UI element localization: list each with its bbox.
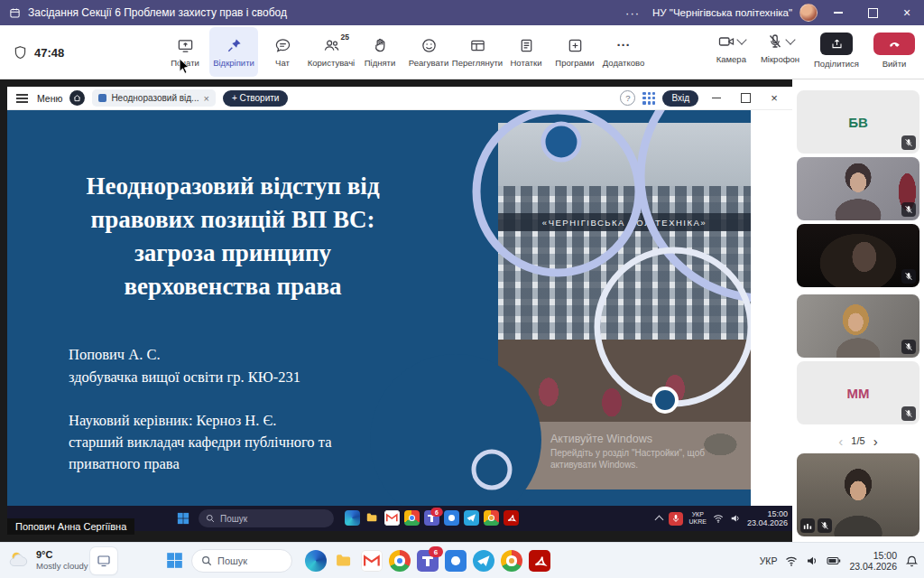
taskbar-search[interactable]: Пошук <box>191 549 292 573</box>
leave-control[interactable]: Вийти <box>873 27 915 69</box>
chat-button[interactable]: Чат <box>258 27 307 77</box>
leave-button[interactable] <box>873 33 915 55</box>
create-button[interactable]: + Створити <box>223 90 289 107</box>
edge-icon[interactable] <box>345 510 360 526</box>
participants-panel: БВ ММ ‹ 1/5 › <box>792 79 924 542</box>
camera-control[interactable]: Камера <box>716 27 746 64</box>
hidden-icons-chevron[interactable] <box>654 516 663 525</box>
meeting-stage: Меню Неодноразовий від... × + Створити ?… <box>0 79 792 542</box>
pin-icon <box>226 37 243 54</box>
menu-label[interactable]: Меню <box>37 93 62 104</box>
start-button[interactable] <box>177 512 189 525</box>
teams-meeting-window: Засідання Секції 6 Проблеми захисту прав… <box>0 0 924 578</box>
mic-control[interactable]: Мікрофон <box>761 27 799 64</box>
help-button[interactable]: ? <box>620 90 635 106</box>
clock[interactable]: 15:00 23.04.2026 <box>849 550 897 572</box>
toolbar-right-controls: Камера Мікрофон Поділитися Вийти <box>716 27 915 69</box>
more-button[interactable]: ··· Додатково <box>599 27 648 77</box>
participant-tile[interactable] <box>797 294 919 358</box>
acrobat-icon[interactable] <box>529 550 550 572</box>
chevron-left-icon[interactable]: ‹ <box>838 434 843 448</box>
tab-close-icon[interactable]: × <box>203 93 208 104</box>
volume-icon[interactable] <box>730 513 741 524</box>
document-tab[interactable]: Неодноразовий від... × <box>92 89 216 107</box>
telegram-icon[interactable] <box>473 550 494 572</box>
share-label: Поділитися <box>814 59 859 69</box>
mic-icon <box>672 514 679 523</box>
meeting-timer: 47:48 <box>13 25 64 79</box>
participants-button[interactable]: 25 Користувачі <box>307 27 356 77</box>
meeting-toolbar: 47:48 Почати Відкріпити Чат 25 Користува… <box>0 25 924 79</box>
acrobat-icon[interactable] <box>504 510 519 526</box>
participant-tile[interactable] <box>797 224 919 287</box>
participant-tile[interactable] <box>797 453 919 536</box>
participant-tile[interactable]: ММ <box>797 361 919 424</box>
chevron-right-icon[interactable]: › <box>873 434 878 448</box>
telegram-icon[interactable] <box>464 510 479 526</box>
participant-tile[interactable] <box>797 157 919 220</box>
active-window-button[interactable] <box>90 547 117 574</box>
gmail-icon[interactable] <box>384 510 400 526</box>
weather-widget[interactable]: 9°C Mostly cloudy <box>7 548 88 572</box>
windows-activation-watermark: Активуйте Windows Перейдіть у розділ "На… <box>550 432 740 471</box>
hamburger-menu-icon[interactable] <box>16 98 28 99</box>
share-control[interactable]: Поділитися <box>814 27 859 69</box>
chrome-icon[interactable] <box>404 510 420 526</box>
photos-icon[interactable] <box>444 510 459 526</box>
chevron-down-icon[interactable] <box>785 34 795 44</box>
watermark-line: Активуйте Windows <box>550 432 740 447</box>
wifi-icon[interactable] <box>785 555 798 567</box>
wifi-icon[interactable] <box>713 513 724 524</box>
clock[interactable]: 15:00 23.04.2026 <box>747 509 788 528</box>
account-name[interactable]: НУ "Чернігівська політехніка" <box>652 7 792 18</box>
file-explorer-icon[interactable] <box>365 510 380 526</box>
close-button[interactable]: × <box>893 0 920 25</box>
mic-label: Мікрофон <box>761 54 799 64</box>
browser-maximize-button[interactable] <box>735 88 756 109</box>
browser-minimize-button[interactable] <box>706 88 727 109</box>
language-indicator[interactable]: УКР <box>760 555 778 566</box>
mic-muted-icon <box>901 406 916 421</box>
share-button[interactable] <box>820 33 853 55</box>
titlebar-more-icon[interactable]: ··· <box>620 6 645 20</box>
file-explorer-icon[interactable] <box>333 550 355 572</box>
toolbar-center-buttons: Почати Відкріпити Чат 25 Користувачі Під… <box>161 27 648 77</box>
photos-icon[interactable] <box>445 550 467 572</box>
battery-icon[interactable] <box>827 556 841 565</box>
teams-icon[interactable]: 6 <box>424 510 439 526</box>
apps-grid-icon[interactable] <box>642 92 655 105</box>
chrome-icon[interactable] <box>389 550 411 572</box>
mic-in-use-icon[interactable] <box>669 512 683 526</box>
raise-hand-button[interactable]: Підняти <box>356 27 404 77</box>
chevron-down-icon[interactable] <box>736 34 746 44</box>
view-button[interactable]: Переглянути <box>453 27 502 77</box>
teams-icon[interactable]: 6 <box>417 550 439 572</box>
apps-button[interactable]: Програми <box>550 27 599 77</box>
browser-close-button[interactable]: × <box>763 88 785 109</box>
slide-title-line: Неодноразовий відступ від <box>34 170 431 203</box>
home-button[interactable] <box>69 90 85 106</box>
gmail-icon[interactable] <box>361 550 383 572</box>
search-placeholder: Пошук <box>220 514 247 524</box>
language-indicator[interactable]: УКР UKRE <box>689 511 707 526</box>
notification-badge: 6 <box>430 508 443 517</box>
browser-icon[interactable] <box>501 550 522 572</box>
edge-icon[interactable] <box>305 550 327 572</box>
unpin-button[interactable]: Відкріпити <box>209 27 258 77</box>
system-tray: УКР 15:00 23.04.2026 <box>760 543 919 578</box>
notes-button[interactable]: Нотатки <box>502 27 550 77</box>
slide-artwork: «ЧЕРНІГІВСЬКА ПОЛІТЕХНІКА» Активуйте Win <box>426 110 751 506</box>
participant-tile[interactable]: БВ <box>797 90 919 154</box>
taskbar-search[interactable]: Пошук <box>199 509 334 527</box>
page-indicator: 1/5 <box>851 435 864 446</box>
browser-icon[interactable] <box>484 510 499 526</box>
minimize-button[interactable] <box>825 0 852 25</box>
volume-icon[interactable] <box>806 555 818 567</box>
maximize-button[interactable] <box>859 0 886 25</box>
account-avatar[interactable] <box>799 4 818 22</box>
react-button[interactable]: Реагувати <box>404 27 453 77</box>
signin-button[interactable]: Вхід <box>662 90 698 107</box>
hangup-icon <box>888 37 901 51</box>
start-button[interactable] <box>166 552 183 569</box>
notifications-bell-icon[interactable] <box>905 555 919 568</box>
